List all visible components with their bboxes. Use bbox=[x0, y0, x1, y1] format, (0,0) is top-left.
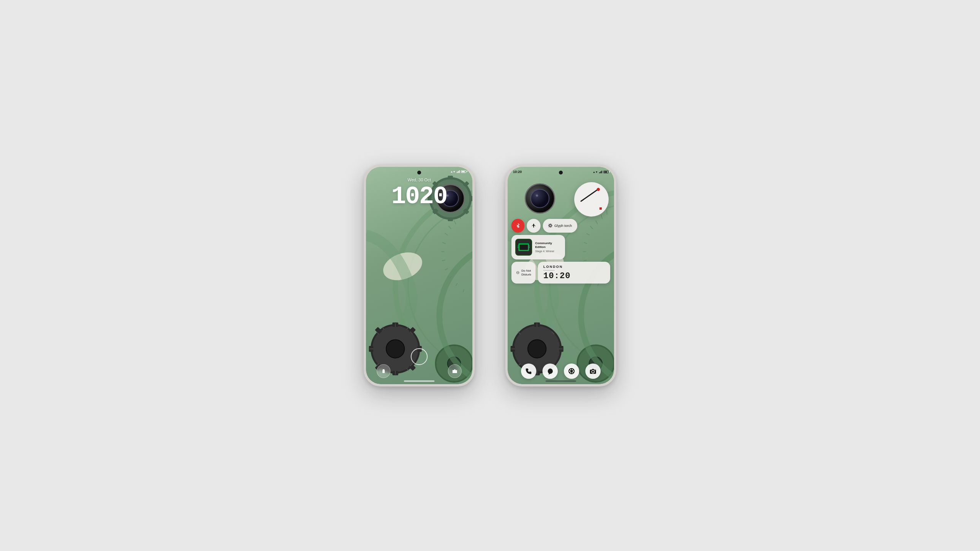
flashlight-dock-icon[interactable] bbox=[377, 364, 390, 378]
bluetooth-icon bbox=[516, 223, 520, 228]
chrome-dock-icon[interactable] bbox=[564, 364, 579, 379]
svg-line-13 bbox=[463, 289, 464, 292]
phone-dock-icon[interactable] bbox=[521, 364, 536, 379]
media-thumbnail bbox=[515, 239, 532, 256]
airplane-tile[interactable] bbox=[527, 219, 541, 233]
camera-p2-dock-icon[interactable] bbox=[585, 364, 601, 379]
svg-line-9 bbox=[442, 260, 445, 261]
svg-point-75 bbox=[528, 340, 546, 358]
phone-1-screen: ▲▼ Wed, 30 Oct 1020 bbox=[366, 167, 472, 384]
phone-1-date: Wed, 30 Oct bbox=[366, 178, 472, 182]
dnd-icon: ⊖ bbox=[516, 270, 519, 275]
svg-line-69 bbox=[598, 283, 599, 286]
svg-line-5 bbox=[449, 226, 451, 229]
phone-2-dock bbox=[508, 364, 614, 379]
svg-rect-17 bbox=[448, 218, 453, 222]
phone-1-time: 1020 bbox=[366, 183, 472, 210]
phone-1: ▲▼ Wed, 30 Oct 1020 bbox=[364, 165, 475, 386]
bluetooth-tile[interactable] bbox=[511, 219, 524, 233]
phone-1-dock bbox=[366, 364, 472, 378]
clock-city: LONDON bbox=[543, 265, 605, 269]
phone-2-signal-icon bbox=[599, 170, 602, 173]
phone-1-home-indicator[interactable] bbox=[404, 380, 434, 382]
phone-2-battery-icon bbox=[603, 171, 609, 173]
svg-line-107 bbox=[570, 370, 571, 371]
battery-icon bbox=[461, 170, 466, 173]
svg-line-106 bbox=[572, 372, 574, 373]
phone-1-camera-notch bbox=[417, 171, 421, 174]
svg-line-96 bbox=[549, 224, 550, 225]
svg-line-104 bbox=[572, 370, 574, 371]
qs-media-card[interactable]: Community Edition Stage 4: Winner bbox=[511, 235, 565, 259]
glyph-torch-label: Glyph torch bbox=[554, 224, 572, 228]
qs-bottom-row: ⊖ Do Not Disturb LONDON 10:20 bbox=[511, 262, 610, 284]
svg-line-12 bbox=[456, 283, 457, 286]
dnd-tile[interactable]: ⊖ Do Not Disturb bbox=[511, 262, 536, 284]
qs-dial-dot bbox=[599, 207, 602, 210]
dnd-label-line2: Disturb bbox=[521, 273, 531, 277]
camera-dock-icon[interactable] bbox=[448, 364, 462, 378]
phone-2: 10:20 ▲▼ bbox=[505, 165, 616, 386]
svg-line-2 bbox=[454, 220, 456, 224]
svg-point-110 bbox=[595, 370, 595, 371]
phone-2-status-icons: ▲▼ bbox=[593, 170, 609, 173]
qs-dial-needle bbox=[580, 188, 600, 202]
svg-line-99 bbox=[549, 227, 550, 227]
svg-line-98 bbox=[551, 224, 552, 225]
glyph-torch-tile[interactable]: Glyph torch bbox=[543, 219, 577, 233]
media-subtitle: Stage 4: Winner bbox=[535, 249, 561, 253]
chat-dock-icon[interactable] bbox=[542, 364, 558, 379]
svg-rect-54 bbox=[383, 371, 384, 372]
clock-separator bbox=[543, 270, 555, 271]
svg-line-7 bbox=[442, 243, 446, 244]
svg-point-91 bbox=[549, 225, 551, 227]
phone-1-search-circle[interactable] bbox=[411, 348, 428, 365]
phone-2-screen: 10:20 ▲▼ bbox=[508, 167, 614, 384]
airplane-icon bbox=[531, 223, 536, 228]
svg-line-105 bbox=[570, 372, 571, 373]
phone-2-status-bar: 10:20 ▲▼ bbox=[513, 170, 609, 174]
phone-1-time-text: 1020 bbox=[391, 183, 447, 210]
glyph-torch-icon bbox=[548, 223, 552, 228]
svg-point-29 bbox=[386, 340, 405, 358]
phone-2-status-time: 10:20 bbox=[513, 170, 522, 174]
clock-time: 10:20 bbox=[543, 272, 605, 280]
data-signal-icon: ▲▼ bbox=[450, 170, 456, 173]
svg-point-56 bbox=[456, 370, 456, 371]
media-title: Community Edition bbox=[535, 241, 561, 249]
phone-2-data-icon: ▲▼ bbox=[593, 171, 598, 173]
svg-line-6 bbox=[445, 233, 448, 235]
quick-settings-panel: Glyph torch Community bbox=[511, 177, 610, 284]
media-chip bbox=[518, 243, 529, 251]
signal-bars-icon bbox=[457, 170, 460, 173]
qs-tiles-row: Glyph torch bbox=[511, 219, 610, 233]
clock-widget[interactable]: LONDON 10:20 bbox=[538, 262, 610, 284]
media-info: Community Edition Stage 4: Winner bbox=[535, 241, 561, 253]
svg-line-10 bbox=[445, 269, 448, 270]
phone-2-home-indicator[interactable] bbox=[546, 380, 576, 382]
phone-1-status-icons: ▲▼ bbox=[450, 170, 466, 173]
svg-line-97 bbox=[551, 227, 552, 227]
dnd-label-line1: Do Not bbox=[521, 269, 531, 273]
qs-dial[interactable] bbox=[574, 182, 609, 217]
svg-rect-53 bbox=[382, 370, 385, 373]
dnd-label: Do Not Disturb bbox=[521, 269, 531, 276]
